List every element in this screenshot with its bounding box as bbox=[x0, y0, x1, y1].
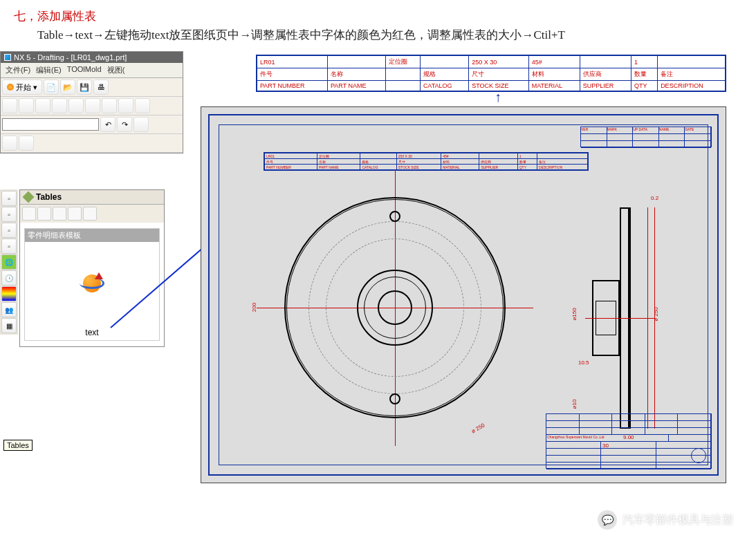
menu-file[interactable]: 文件(F) bbox=[3, 64, 33, 76]
instruction-body: Table→text→左键拖动text放至图纸页中→调整属性表中字体的颜色为红色… bbox=[37, 28, 565, 41]
heading-number: 七， bbox=[14, 10, 37, 23]
vtool-icon[interactable]: 👥 bbox=[1, 302, 17, 317]
menu-view[interactable]: 视图( bbox=[105, 64, 127, 76]
instruction-text: 七，添加属性表 Table→text→左键拖动text放至图纸页中→调整属性表中… bbox=[0, 0, 747, 51]
dim-150: ø150 bbox=[571, 308, 578, 321]
dim-phi10: ø10 bbox=[571, 400, 578, 409]
open-icon[interactable]: 📂 bbox=[60, 80, 75, 95]
revision-block: VERMARKUP DATANAMEDATE bbox=[580, 127, 712, 147]
dim-10-5: 10.5 bbox=[578, 360, 589, 366]
redo-icon[interactable]: ↷ bbox=[117, 117, 132, 132]
start-button[interactable]: 开始 ▾ bbox=[2, 80, 42, 95]
nx-toolbar-2 bbox=[1, 97, 183, 115]
tool-icon[interactable] bbox=[2, 98, 17, 113]
tool-icon[interactable] bbox=[68, 98, 84, 113]
vtool-icon[interactable]: ▫ bbox=[1, 191, 17, 206]
tool-icon[interactable] bbox=[2, 136, 17, 151]
dim-0-2: 0.2 bbox=[651, 195, 658, 201]
heading-title: 添加属性表 bbox=[37, 10, 96, 23]
watermark-text: 汽车零部件模具与注塑 bbox=[622, 513, 733, 528]
vtool-icon[interactable] bbox=[1, 286, 17, 301]
panel-tool-icon[interactable] bbox=[22, 207, 36, 221]
vtool-icon[interactable]: ▫ bbox=[1, 207, 17, 222]
nx-toolbar-3: ↶ ↷ bbox=[1, 115, 183, 134]
nx-titlebar: NX 5 - Drafting - [LR01_dwg1.prt] bbox=[1, 52, 183, 63]
panel-tool-icon[interactable] bbox=[68, 207, 82, 221]
front-view: 200 ø 250 bbox=[257, 169, 533, 446]
dim-200: 200 bbox=[251, 303, 257, 312]
panel-tool-icon[interactable] bbox=[37, 207, 51, 221]
panel-tool-icon[interactable] bbox=[53, 207, 66, 221]
nx-menubar[interactable]: 文件(F) 编辑(E) TOOlMold 视图( bbox=[1, 63, 183, 78]
diamond-icon bbox=[23, 192, 35, 203]
attribute-table-enlarged: LR01定位圈 250 X 3045# 1 件号名称 规格尺寸材料 供应商数量备… bbox=[256, 55, 726, 92]
wechat-watermark: 💬 汽车零部件模具与注塑 bbox=[598, 510, 733, 530]
tool-icon[interactable] bbox=[19, 98, 34, 113]
menu-toolmold[interactable]: TOOlMold bbox=[65, 64, 104, 76]
print-icon[interactable]: 🖶 bbox=[93, 80, 109, 95]
new-icon[interactable]: 📄 bbox=[44, 80, 59, 95]
arrow-up-icon: ↑ bbox=[495, 89, 501, 105]
vtool-icon[interactable]: 🕓 bbox=[1, 270, 17, 286]
vtool-icon[interactable]: 🌐 bbox=[1, 254, 17, 270]
vtool-icon[interactable]: ▫ bbox=[1, 239, 17, 254]
nx-title-text: NX 5 - Drafting - [LR01_dwg1.prt] bbox=[14, 53, 127, 62]
nx-toolbar-1: 开始 ▾ 📄 📂 💾 🖶 bbox=[1, 78, 183, 97]
vtool-icon[interactable]: ▦ bbox=[1, 318, 17, 333]
nx-globe-icon bbox=[80, 271, 104, 296]
tool-icon[interactable] bbox=[85, 98, 100, 113]
tool-icon[interactable] bbox=[135, 98, 150, 113]
undo-icon[interactable]: ↶ bbox=[100, 117, 116, 132]
vertical-toolbar: ▫ ▫ ▫ ▫ 🌐 🕓 👥 ▦ bbox=[0, 189, 18, 335]
tool-icon[interactable] bbox=[133, 117, 149, 132]
nx-logo-icon bbox=[4, 54, 11, 61]
dim-250: ø 250 bbox=[653, 308, 659, 321]
nx-app-window: NX 5 - Drafting - [LR01_dwg1.prt] 文件(F) … bbox=[0, 51, 183, 153]
tool-icon[interactable] bbox=[35, 98, 50, 113]
tool-icon[interactable] bbox=[52, 98, 67, 113]
tool-icon[interactable] bbox=[102, 98, 117, 113]
drawing-sheet[interactable]: LR01定位圈250 X 3045#1 件号名称规格尺寸材料供应商数量备注 PA… bbox=[201, 106, 726, 483]
selection-dropdown[interactable] bbox=[2, 118, 99, 131]
nx-toolbar-4 bbox=[1, 134, 183, 153]
tool-icon[interactable] bbox=[118, 98, 133, 113]
save-icon[interactable]: 💾 bbox=[77, 80, 92, 95]
vtool-icon[interactable]: ▫ bbox=[1, 223, 17, 238]
tables-tooltip: Tables bbox=[3, 440, 33, 451]
title-block: Changzhou Superstart Mould Co.,Ltd bbox=[546, 413, 712, 469]
menu-edit[interactable]: 编辑(E) bbox=[34, 64, 64, 76]
dim-250: ø 250 bbox=[470, 422, 486, 435]
tool-icon[interactable] bbox=[19, 136, 34, 151]
attribute-table-on-sheet[interactable]: LR01定位圈250 X 3045#1 件号名称规格尺寸材料供应商数量备注 PA… bbox=[264, 152, 589, 171]
start-globe-icon bbox=[7, 84, 14, 91]
panel-tool-icon[interactable] bbox=[83, 207, 97, 221]
panel-title: Tables bbox=[36, 192, 62, 202]
wechat-icon: 💬 bbox=[598, 510, 617, 530]
